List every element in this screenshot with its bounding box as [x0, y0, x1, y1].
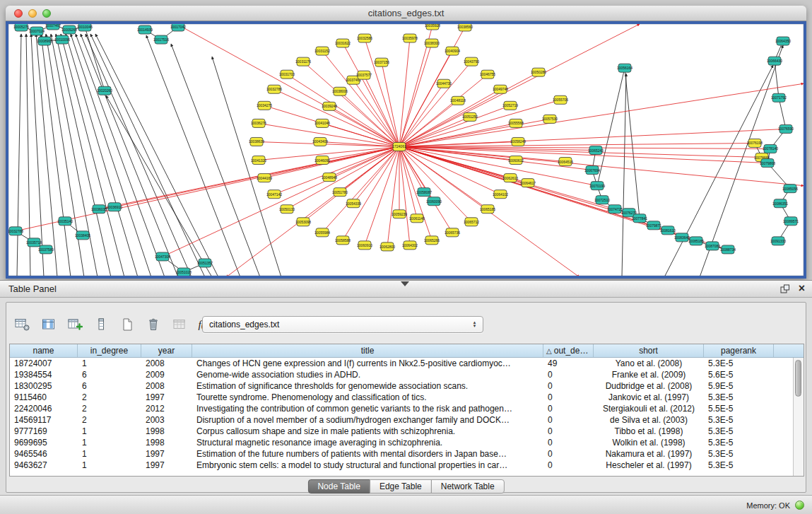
- svg-text:10055984: 10055984: [314, 230, 330, 235]
- vertical-scrollbar[interactable]: [793, 358, 804, 476]
- minimize-window-button[interactable]: [28, 9, 37, 18]
- svg-text:10051028: 10051028: [176, 270, 192, 274]
- table-panel-content: f(x) citations_edges.txt ▲ ▼ namein_degr…: [6, 302, 806, 493]
- cell-title: Changes of HCN gene expression and I(f) …: [192, 358, 543, 368]
- cell-title: Genome-wide association studies in ADHD.: [192, 370, 543, 380]
- svg-text:10038300: 10038300: [424, 41, 440, 45]
- svg-text:10032786: 10032786: [266, 87, 282, 91]
- cell-name: 9465546: [10, 449, 78, 459]
- table-panel-title: Table Panel: [8, 284, 57, 294]
- svg-text:10037156: 10037156: [374, 60, 389, 64]
- single-column-icon: [96, 317, 106, 332]
- table-row[interactable]: 946554611997Estimation of the future num…: [10, 448, 793, 460]
- column-header-name[interactable]: name: [10, 344, 78, 357]
- cell-short: Hescheler et al. (1997): [594, 460, 704, 470]
- cell-out_degree: 49: [543, 358, 594, 368]
- panel-float-button[interactable]: [780, 284, 790, 293]
- table-row[interactable]: 1456911722003Disruption of a novel membe…: [10, 414, 793, 426]
- cell-year: 2009: [141, 370, 192, 380]
- tab-edge-table[interactable]: Edge Table: [370, 479, 432, 493]
- svg-text:10064350: 10064350: [775, 39, 791, 43]
- cell-short: Nakamura et al. (1997): [594, 449, 704, 459]
- svg-text:10088734: 10088734: [720, 247, 736, 252]
- column-header-label: pagerank: [721, 346, 756, 356]
- cell-short: Dudbridge et al. (2008): [594, 381, 704, 391]
- svg-text:10051780: 10051780: [332, 190, 348, 194]
- cell-title: Investigating the contribution of common…: [192, 404, 543, 414]
- svg-text:10061146: 10061146: [409, 216, 425, 221]
- svg-text:10031703: 10031703: [279, 72, 295, 76]
- new-file-button[interactable]: [117, 313, 138, 336]
- svg-text:10050133: 10050133: [279, 207, 295, 211]
- svg-text:10038560: 10038560: [457, 25, 473, 29]
- table-row[interactable]: 946362711997Embryonic stem cells: a mode…: [10, 460, 793, 471]
- combo-stepper-icon: ▲ ▼: [470, 321, 483, 328]
- svg-text:10036276: 10036276: [251, 121, 266, 125]
- cell-in_degree: 1: [78, 460, 141, 470]
- cell-name: 18300295: [10, 381, 78, 391]
- show-columns-button[interactable]: [38, 313, 59, 336]
- svg-text:10046755: 10046755: [480, 72, 495, 76]
- tab-network-table[interactable]: Network Table: [431, 479, 505, 493]
- cell-out_degree: 0: [543, 381, 594, 391]
- svg-text:10081610: 10081610: [660, 228, 676, 233]
- svg-text:10056164: 10056164: [617, 66, 632, 70]
- svg-text:10089571: 10089571: [783, 219, 799, 223]
- svg-text:10005276: 10005276: [13, 25, 29, 29]
- svg-text:10037577: 10037577: [356, 73, 372, 77]
- table-row[interactable]: 1830029562008Estimation of significance …: [10, 380, 793, 392]
- table-row[interactable]: 969969511998Structural magnetic resonanc…: [10, 437, 793, 448]
- cell-out_degree: 0: [543, 392, 594, 402]
- trash-icon: [147, 317, 160, 332]
- svg-text:10065243: 10065243: [588, 148, 604, 153]
- close-window-button[interactable]: [14, 9, 23, 18]
- table-row[interactable]: 1872400712008Changes of HCN gene express…: [10, 358, 793, 369]
- svg-text:10052719: 10052719: [502, 103, 518, 107]
- column-header-pagerank[interactable]: pagerank: [704, 344, 774, 357]
- svg-text:10057530: 10057530: [542, 117, 558, 121]
- network-graph[interactable]: 1724061100359781003830010040904100437901…: [8, 24, 804, 276]
- column-header-short[interactable]: short: [594, 344, 704, 357]
- table-header-row: namein_degreeyeartitle△out_de…shortpager…: [10, 344, 804, 358]
- table-row[interactable]: 977716911998Corpus callosum shape and si…: [10, 426, 793, 437]
- table-source-select[interactable]: citations_edges.txt ▲ ▼: [202, 316, 483, 333]
- column-header-label: in_degree: [90, 346, 128, 356]
- svg-text:10044730: 10044730: [436, 81, 452, 86]
- svg-text:10058087: 10058087: [416, 190, 432, 194]
- combo-down-arrow-icon: ▼: [473, 325, 477, 328]
- table-mode-button[interactable]: [12, 313, 33, 336]
- panel-collapse-handle-icon[interactable]: [401, 281, 409, 286]
- column-header-out_degree[interactable]: △out_de…: [543, 344, 594, 357]
- memory-ok-indicator[interactable]: [795, 501, 804, 510]
- svg-text:10072510: 10072510: [594, 198, 610, 202]
- network-canvas[interactable]: 1724061100359781003830010040904100437901…: [8, 24, 804, 276]
- svg-text:10064102: 10064102: [493, 192, 508, 197]
- delete-column-button[interactable]: [90, 313, 112, 336]
- cell-pagerank: 5.6E-5: [704, 370, 774, 380]
- svg-text:10049746: 10049746: [493, 87, 508, 91]
- column-header-title[interactable]: title: [192, 344, 543, 357]
- create-column-button[interactable]: [64, 313, 86, 336]
- column-header-year[interactable]: year: [141, 344, 192, 357]
- delete-table-button[interactable]: [143, 313, 164, 336]
- panel-close-button[interactable]: ×: [799, 284, 805, 293]
- tab-node-table[interactable]: Node Table: [307, 479, 370, 493]
- rename-table-button[interactable]: [169, 313, 190, 336]
- table-row[interactable]: 911546021997Tourette syndrome. Phenomeno…: [10, 392, 793, 403]
- table-row[interactable]: 2242004622012Investigating the contribut…: [10, 403, 793, 414]
- cell-in_degree: 1: [78, 438, 141, 448]
- svg-text:10064617: 10064617: [520, 181, 536, 185]
- scrollbar-thumb[interactable]: [795, 360, 801, 397]
- cell-year: 1998: [141, 426, 192, 436]
- table-gear-icon: [15, 317, 30, 332]
- svg-text:10020260: 10020260: [97, 88, 112, 93]
- table-row[interactable]: 1938455462009Genome-wide association stu…: [10, 369, 793, 380]
- column-header-in_degree[interactable]: in_degree: [78, 344, 141, 357]
- svg-text:10031152: 10031152: [314, 49, 330, 53]
- table-toolbar: f(x): [12, 313, 216, 337]
- cell-short: Stergiakouli et al. (2012): [594, 404, 704, 414]
- zoom-window-button[interactable]: [42, 9, 51, 18]
- cell-title: Corpus callosum shape and size in male p…: [192, 426, 543, 436]
- panel-actions: ×: [780, 284, 805, 293]
- window-titlebar[interactable]: citations_edges.txt: [6, 6, 806, 21]
